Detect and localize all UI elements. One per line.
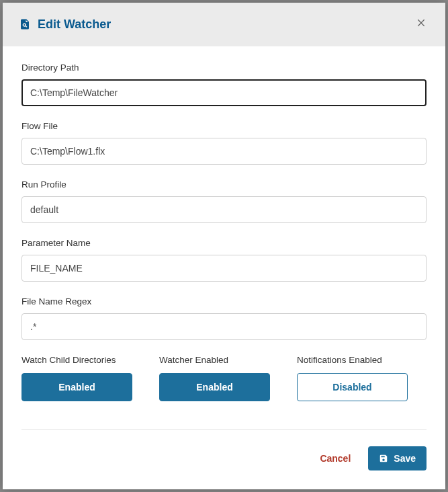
toggle-notifications: Notifications Enabled Disabled: [297, 355, 408, 401]
toggle-watch-child: Watch Child Directories Enabled: [21, 355, 132, 401]
input-directory-path[interactable]: [21, 79, 427, 106]
field-run-profile: Run Profile: [21, 179, 427, 223]
modal-title-wrap: Edit Watcher: [19, 17, 111, 32]
toggle-button-watch-child[interactable]: Enabled: [21, 373, 132, 401]
edit-watcher-modal: Edit Watcher Directory Path Flow File Ru…: [3, 3, 445, 489]
cancel-button[interactable]: Cancel: [320, 453, 351, 464]
label-run-profile: Run Profile: [21, 179, 427, 190]
save-button[interactable]: Save: [368, 446, 427, 470]
input-file-name-regex[interactable]: [21, 313, 427, 340]
close-icon: [416, 17, 427, 31]
save-button-label: Save: [394, 453, 416, 464]
label-watcher-enabled: Watcher Enabled: [159, 355, 270, 365]
field-file-name-regex: File Name Regex: [21, 296, 427, 340]
toggle-button-notifications[interactable]: Disabled: [297, 373, 408, 401]
modal-header: Edit Watcher: [3, 3, 445, 46]
toggle-watcher-enabled: Watcher Enabled Enabled: [159, 355, 270, 401]
close-button[interactable]: [413, 15, 429, 34]
field-flow-file: Flow File: [21, 121, 427, 165]
modal-footer: Cancel Save: [21, 429, 427, 489]
label-watch-child: Watch Child Directories: [21, 355, 132, 365]
field-directory-path: Directory Path: [21, 63, 427, 106]
toggle-row: Watch Child Directories Enabled Watcher …: [21, 355, 427, 401]
label-directory-path: Directory Path: [21, 63, 427, 73]
input-flow-file[interactable]: [21, 138, 427, 165]
toggle-button-watcher-enabled[interactable]: Enabled: [159, 373, 270, 401]
input-parameter-name[interactable]: [21, 255, 427, 282]
input-run-profile[interactable]: [21, 196, 427, 223]
label-parameter-name: Parameter Name: [21, 238, 427, 248]
file-search-icon: [19, 18, 31, 32]
save-icon: [379, 454, 388, 463]
label-flow-file: Flow File: [21, 121, 427, 131]
label-notifications: Notifications Enabled: [297, 355, 408, 365]
field-parameter-name: Parameter Name: [21, 238, 427, 282]
label-file-name-regex: File Name Regex: [21, 296, 427, 306]
modal-title: Edit Watcher: [38, 17, 111, 32]
modal-body: Directory Path Flow File Run Profile Par…: [3, 46, 445, 429]
